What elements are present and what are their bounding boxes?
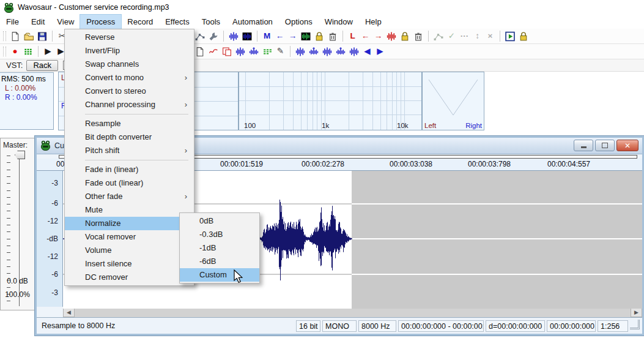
menu-item-mute[interactable]: Mute bbox=[65, 203, 194, 217]
master-slider-thumb[interactable] bbox=[15, 151, 25, 159]
menubar-item-file[interactable]: File bbox=[0, 15, 25, 29]
menubar-item-process[interactable]: Process bbox=[80, 15, 121, 29]
menu-item-convert-to-mono[interactable]: Convert to mono› bbox=[65, 71, 194, 85]
menubar-item-edit[interactable]: Edit bbox=[25, 15, 51, 29]
record-icon[interactable]: ● bbox=[9, 46, 21, 57]
zoom-out-wave-icon[interactable] bbox=[308, 47, 319, 57]
cue-marks-icon[interactable] bbox=[262, 47, 273, 57]
menubar-item-help[interactable]: Help bbox=[359, 15, 388, 29]
db-scale: -3-6-12-dB-12-6-3 bbox=[37, 171, 63, 307]
batch-nodes-icon[interactable] bbox=[194, 31, 205, 42]
menubar-item-options[interactable]: Options bbox=[279, 15, 319, 29]
master-slider-tick bbox=[7, 246, 10, 246]
monitor-meter-icon[interactable] bbox=[23, 47, 34, 57]
loop-delete-icon[interactable] bbox=[413, 31, 424, 42]
maximize-button[interactable] bbox=[595, 140, 615, 151]
menu-item-vocal-remover[interactable]: Vocal remover bbox=[65, 230, 194, 244]
text-report-icon[interactable] bbox=[194, 47, 205, 57]
master-slider-tick bbox=[7, 197, 10, 198]
settings-wrench-icon[interactable] bbox=[208, 31, 219, 42]
close-button[interactable]: ✕ bbox=[616, 140, 638, 151]
envelope-scale-icon[interactable]: ↕ bbox=[472, 31, 483, 42]
copy-pages-icon[interactable] bbox=[221, 47, 232, 57]
marker-lock-icon[interactable] bbox=[314, 31, 325, 42]
menu-item-6db[interactable]: -6dB bbox=[180, 255, 259, 268]
status-message: Resample to 8000 Hz bbox=[39, 321, 294, 330]
zoom-selection-icon[interactable] bbox=[335, 47, 346, 57]
vst-lock-icon[interactable] bbox=[518, 31, 529, 42]
marker-region-wave-icon[interactable] bbox=[242, 31, 253, 42]
scroll-right-arrow[interactable]: ▶ bbox=[631, 307, 642, 317]
menu-item-channel-processing[interactable]: Channel processing› bbox=[65, 98, 194, 111]
toolbar-grip[interactable] bbox=[3, 31, 6, 41]
loop-lock-icon[interactable] bbox=[399, 31, 410, 42]
zoom-in-wave-icon[interactable] bbox=[322, 47, 333, 57]
menubar-item-automation[interactable]: Automation bbox=[226, 15, 279, 29]
toolbar-separator bbox=[223, 31, 224, 42]
menu-item-0db[interactable]: 0dB bbox=[180, 214, 259, 228]
menubar-item-window[interactable]: Window bbox=[319, 15, 359, 29]
resize-grip[interactable] bbox=[630, 320, 640, 329]
play-vst-icon[interactable] bbox=[505, 31, 516, 42]
menu-item-fade-out-linear[interactable]: Fade out (linear) bbox=[65, 176, 194, 190]
spectrum-gridline bbox=[313, 72, 313, 130]
menu-item-convert-to-stereo[interactable]: Convert to stereo bbox=[65, 85, 194, 98]
envelope-apply-icon[interactable]: ✓ bbox=[446, 31, 457, 42]
menu-item-pitch-shift[interactable]: Pitch shift› bbox=[65, 144, 194, 157]
horizontal-scrollbar[interactable]: ◀ ▶ bbox=[63, 307, 642, 317]
menubar-item-tools[interactable]: Tools bbox=[196, 15, 226, 29]
spectrum-curve-icon[interactable] bbox=[208, 47, 219, 57]
menubar-item-record[interactable]: Record bbox=[121, 15, 159, 29]
marker-next-icon[interactable]: → bbox=[287, 31, 298, 42]
loop-next-icon[interactable]: → bbox=[372, 31, 384, 42]
scroll-left-arrow[interactable]: ◀ bbox=[63, 307, 75, 317]
menubar-item-view[interactable]: View bbox=[51, 15, 80, 29]
menu-item-insert-silence[interactable]: Insert silence› bbox=[65, 257, 194, 271]
menu-item-fade-in-linear[interactable]: Fade in (linear) bbox=[65, 163, 194, 176]
go-end-icon[interactable]: ▶ bbox=[374, 46, 386, 57]
marker-delete-icon[interactable] bbox=[327, 31, 338, 42]
marker-previous-icon[interactable]: ← bbox=[274, 31, 286, 42]
menubar-item-effects[interactable]: Effects bbox=[159, 15, 196, 29]
app-icon bbox=[4, 2, 14, 13]
play-from-cursor-icon[interactable]: ▶ bbox=[42, 46, 54, 57]
menu-item-dc-remover[interactable]: DC remover bbox=[65, 271, 194, 284]
waveform-interpolate-icon[interactable] bbox=[248, 47, 259, 57]
open-file-icon[interactable] bbox=[23, 31, 34, 42]
menu-item-invert-flip[interactable]: Invert/Flip bbox=[65, 44, 194, 58]
marker-m-icon[interactable]: M bbox=[261, 31, 273, 42]
loop-l-icon[interactable]: L bbox=[347, 31, 358, 42]
menu-item-resample[interactable]: Resample bbox=[65, 117, 194, 130]
menu-item-other-fade[interactable]: Other fade› bbox=[65, 190, 194, 203]
loop-wave-icon[interactable] bbox=[386, 31, 397, 42]
go-start-icon[interactable]: ◀ bbox=[361, 46, 373, 57]
vst-rack-button[interactable]: Rack bbox=[26, 60, 58, 71]
menu-item-volume[interactable]: Volume› bbox=[65, 244, 194, 257]
waveform-stats-icon[interactable] bbox=[235, 47, 246, 57]
menu-item-normalize[interactable]: Normalize› bbox=[65, 217, 194, 230]
menu-item-swap-channels[interactable]: Swap channels bbox=[65, 58, 194, 71]
scroll-track[interactable] bbox=[75, 307, 631, 317]
menu-item-1db[interactable]: -1dB bbox=[180, 241, 259, 255]
zoom-all-icon[interactable] bbox=[349, 47, 360, 57]
spectrum-gridline bbox=[269, 72, 270, 130]
new-file-icon[interactable] bbox=[10, 31, 21, 42]
menu-item-bit-depth-converter[interactable]: Bit depth converter bbox=[65, 130, 194, 144]
save-file-icon[interactable] bbox=[37, 31, 48, 42]
minimize-button[interactable] bbox=[574, 140, 593, 151]
menu-item-0-3db[interactable]: -0.3dB bbox=[180, 228, 259, 241]
loop-previous-icon[interactable]: ← bbox=[360, 31, 371, 42]
envelope-points-icon[interactable]: ··· bbox=[459, 31, 470, 42]
submenu-arrow-icon: › bbox=[185, 144, 187, 157]
marker-insert-wave-icon[interactable] bbox=[228, 31, 239, 42]
menu-item-reverse[interactable]: Reverse bbox=[65, 31, 194, 44]
envelope-nodes-icon[interactable] bbox=[433, 31, 444, 42]
toolbar-grip[interactable] bbox=[3, 47, 6, 56]
draw-wave-pencil-icon[interactable]: ✎ bbox=[275, 46, 286, 57]
spectrum-gridline bbox=[363, 72, 363, 130]
marker-play-block-icon[interactable] bbox=[300, 31, 311, 42]
menu-item-custom[interactable]: Custom bbox=[180, 268, 259, 282]
spectrum-gridline bbox=[401, 72, 401, 130]
zoom-vertical-icon[interactable] bbox=[295, 47, 306, 57]
envelope-delete-icon[interactable]: × bbox=[484, 31, 496, 42]
